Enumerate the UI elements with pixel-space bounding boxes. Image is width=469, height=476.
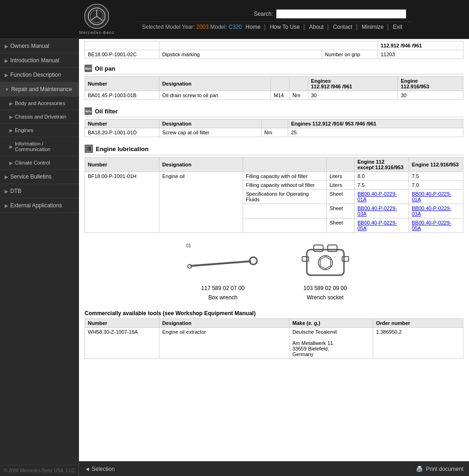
tool-1: 01 117 589 02 07 00 Box wrench	[181, 240, 265, 301]
search-input[interactable]	[276, 9, 406, 19]
sidebar-item-owners-manual[interactable]: ▶ Owners Manual	[0, 39, 79, 53]
dipstick-col3: Number on grip	[322, 50, 378, 59]
dipstick-designation: Dipstick marking	[159, 50, 322, 59]
oil-pan-row-number: BA01.45-P-1003-01B	[85, 91, 159, 100]
comm-col4: Order number	[373, 319, 463, 328]
commercially-subtitle: (see Workshop Equipment Manual)	[163, 310, 256, 317]
engine-lubrication-title: Engine lubrication	[96, 145, 148, 152]
sidebar-label: DTB	[10, 188, 21, 194]
sidebar-item-external-applications[interactable]: ▶ External Applications	[0, 198, 79, 213]
oil-filter-title: Oil filter	[95, 108, 118, 115]
el-sub-col5-1: 8.0	[355, 172, 409, 181]
sidebar-item-function-description[interactable]: ▶ Function Description	[0, 68, 79, 82]
sidebar-item-introduction-manual[interactable]: ▶ Introduction Manual	[0, 53, 79, 68]
arrow-icon: ▶	[5, 189, 8, 194]
arrow-icon: ▶	[9, 144, 13, 149]
oil-filter-row-nm: Nm	[261, 128, 288, 137]
engine-lubrication-header: Engine lubrication	[85, 143, 463, 155]
sidebar-footer: © 2006 Mercedes-Benz USA, LLC	[0, 465, 79, 476]
brand-name: Mercedes-Benz	[79, 30, 114, 35]
dipstick-number: BE18.00-P-1001-02C	[85, 50, 159, 59]
oil-pan-col5: Engines112.912 /946 /961	[308, 77, 398, 91]
oil-pan-col6: Engine112.916/953	[398, 77, 463, 91]
arrow-icon: ▶	[5, 73, 8, 78]
arrow-icon: ▶	[9, 114, 13, 119]
tool2-number: 103 589 02 09 00	[304, 285, 347, 291]
arrow-icon: ▼	[5, 87, 9, 92]
oil-pan-col1: Number	[85, 77, 159, 91]
sidebar-item-climate-control[interactable]: ▶ Climate Control	[0, 156, 79, 170]
comm-col1: Number	[85, 319, 159, 328]
el-col4	[327, 158, 355, 172]
el-col5: Engine 112except 112.916/953	[355, 158, 409, 172]
dipstick-engine-col: 112.912 /946 /961	[378, 41, 463, 50]
comm-row-make: Deutsche Tecalemit Am Metallwerk 11 3365…	[290, 328, 373, 359]
oil-pan-icon: Nm	[85, 65, 92, 72]
oil-filter-col1: Number	[85, 119, 159, 128]
sidebar-item-information-communication[interactable]: ▶ Information / Communication	[0, 137, 79, 156]
el-sub-unit-4: Sheet	[327, 204, 355, 218]
el-col2: Designation	[159, 158, 243, 172]
el-link-5b[interactable]: BB00.40-P-0229-05A	[409, 218, 463, 233]
nav-contact[interactable]: Contact	[330, 24, 357, 30]
svg-rect-5	[86, 146, 92, 152]
el-link-5a[interactable]: BB00.40-P-0229-05A	[355, 218, 409, 233]
arrow-icon: ▶	[9, 160, 13, 165]
model-year: 2003	[196, 24, 209, 30]
tool1-name: Box wrench	[208, 294, 238, 301]
sidebar-item-repair-maintenance[interactable]: ▼ Repair and Maintenance	[0, 82, 79, 97]
sidebar-label: Introduction Manual	[10, 57, 59, 64]
svg-rect-14	[302, 257, 309, 261]
arrow-icon: ▶	[9, 101, 13, 106]
el-sub-unit-1: Liters	[327, 172, 355, 181]
svg-rect-12	[314, 245, 323, 251]
el-sub-unit-2: Liters	[327, 181, 355, 190]
svg-marker-17	[320, 257, 330, 269]
oil-pan-row-designation: Oil drain screw to oil pan	[159, 91, 271, 100]
printer-icon: 🖨️	[416, 466, 423, 472]
sidebar-label: Repair and Maintenance	[11, 86, 72, 93]
nav-exit[interactable]: Exit	[390, 24, 406, 30]
box-wrench-image: 01	[181, 240, 265, 282]
wrench-socket-image	[284, 240, 367, 282]
svg-rect-13	[328, 245, 337, 251]
nav-about[interactable]: About	[305, 24, 328, 30]
oil-pan-row-engines: 30	[308, 91, 398, 100]
model-name: C320	[229, 24, 242, 30]
print-button[interactable]: 🖨️ Print document	[416, 466, 463, 472]
nav-home[interactable]: Home	[242, 24, 264, 30]
oil-filter-row-designation: Screw cap at oil filter	[159, 128, 262, 137]
el-link-3a[interactable]: BB00.40-P-0229-03A	[355, 204, 409, 218]
oil-filter-icon: Nm	[85, 107, 92, 115]
el-sub-label-2: Filling capacity without oil filter	[243, 181, 327, 190]
el-col6: Engine 112.916/953	[409, 158, 463, 172]
tool-2: 103 589 02 09 00 Wrench socket	[284, 240, 367, 301]
commercially-title: Commercially available tools	[85, 310, 161, 317]
sidebar-label: Owners Manual	[10, 43, 49, 49]
sidebar-label: External Applications	[10, 202, 62, 209]
print-label: Print document	[426, 466, 463, 472]
arrow-icon: ▶	[9, 128, 13, 133]
el-link-1b[interactable]: BB00.40-P-0229-01A	[409, 190, 463, 204]
sidebar-item-chassis-drivetrain[interactable]: ▶ Chassis and Drivetrain	[0, 110, 79, 124]
el-row-designation: Engine oil	[159, 172, 243, 233]
arrow-icon: ▶	[5, 58, 8, 63]
table-row: BF18.00-P-1001-01H Engine oil Filling ca…	[85, 172, 463, 181]
el-col1: Number	[85, 158, 159, 172]
sidebar-label: Function Description	[10, 72, 61, 78]
sidebar-label: Chassis and Drivetrain	[15, 114, 66, 119]
el-sub-label-5	[243, 218, 327, 233]
sidebar-item-dtb[interactable]: ▶ DTB	[0, 184, 79, 198]
selection-button[interactable]: ◄ Selection	[85, 466, 115, 472]
el-link-3b[interactable]: BB00.40-P-0229-03A	[409, 204, 463, 218]
model-label2: Model:	[210, 24, 228, 30]
sidebar-item-service-bulletins[interactable]: ▶ Service Bulletins	[0, 170, 79, 184]
el-sub-unit-3: Sheet	[327, 190, 355, 204]
nav-minimize[interactable]: Minimize	[358, 24, 388, 30]
sidebar-item-engines[interactable]: ▶ Engines	[0, 124, 79, 137]
el-sub-label-3: Specifications for Operating Fluids	[243, 190, 327, 204]
nav-how-to-use[interactable]: How To Use	[266, 24, 304, 30]
sidebar-item-body-accessories[interactable]: ▶ Body and Accessories	[0, 97, 79, 110]
el-sub-col5-2: 7.5	[355, 181, 409, 190]
el-link-1a[interactable]: BB00.40-P-0229-01A	[355, 190, 409, 204]
